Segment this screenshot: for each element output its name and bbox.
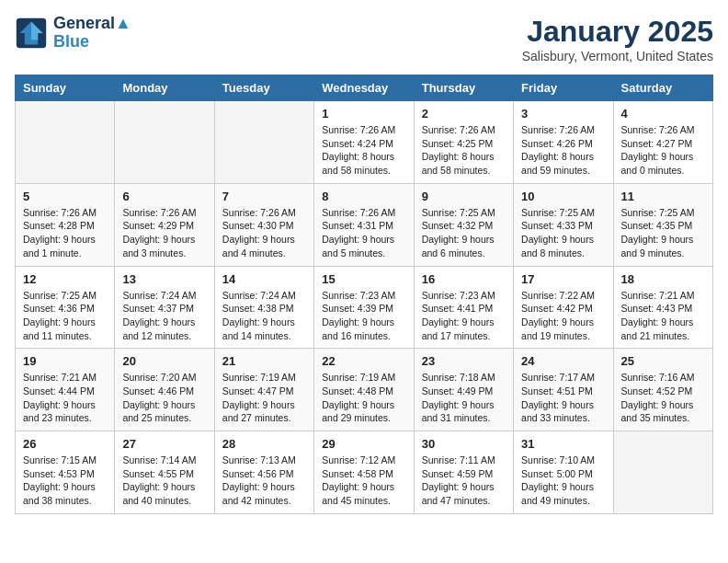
day-number: 22 [322,354,405,368]
day-number: 29 [322,437,405,451]
day-number: 25 [621,354,705,368]
calendar-cell: 16Sunrise: 7:23 AM Sunset: 4:41 PM Dayli… [414,266,513,349]
calendar-cell: 19Sunrise: 7:21 AM Sunset: 4:44 PM Dayli… [16,349,115,431]
calendar-cell: 29Sunrise: 7:12 AM Sunset: 4:58 PM Dayli… [314,431,414,514]
day-number: 13 [122,272,206,286]
day-info: Sunrise: 7:26 AM Sunset: 4:31 PM Dayligh… [322,206,405,260]
day-number: 8 [322,190,405,203]
calendar-cell: 6Sunrise: 7:26 AM Sunset: 4:29 PM Daylig… [115,183,214,266]
week-row-2: 5Sunrise: 7:26 AM Sunset: 4:28 PM Daylig… [16,183,713,266]
calendar-table: Sunday Monday Tuesday Wednesday Thursday… [15,75,713,514]
calendar-cell: 18Sunrise: 7:21 AM Sunset: 4:43 PM Dayli… [613,266,712,349]
week-row-3: 12Sunrise: 7:25 AM Sunset: 4:36 PM Dayli… [16,266,713,349]
calendar-cell: 17Sunrise: 7:22 AM Sunset: 4:42 PM Dayli… [514,266,613,349]
day-info: Sunrise: 7:24 AM Sunset: 4:37 PM Dayligh… [122,289,206,343]
day-info: Sunrise: 7:15 AM Sunset: 4:53 PM Dayligh… [23,454,107,508]
logo: General▲ Blue [15,15,131,52]
day-info: Sunrise: 7:26 AM Sunset: 4:25 PM Dayligh… [422,123,506,178]
day-number: 23 [422,354,506,368]
day-info: Sunrise: 7:26 AM Sunset: 4:28 PM Dayligh… [23,206,107,260]
col-wednesday: Wednesday [314,75,414,101]
calendar-cell: 12Sunrise: 7:25 AM Sunset: 4:36 PM Dayli… [16,266,115,349]
calendar-cell: 28Sunrise: 7:13 AM Sunset: 4:56 PM Dayli… [214,431,313,514]
title-block: January 2025 Salisbury, Vermont, United … [522,15,713,63]
day-info: Sunrise: 7:13 AM Sunset: 4:56 PM Dayligh… [222,454,306,508]
day-info: Sunrise: 7:11 AM Sunset: 4:59 PM Dayligh… [422,454,506,508]
day-info: Sunrise: 7:16 AM Sunset: 4:52 PM Dayligh… [621,371,705,425]
col-saturday: Saturday [613,75,712,101]
col-sunday: Sunday [16,75,115,101]
day-number: 24 [521,354,605,368]
calendar-cell: 14Sunrise: 7:24 AM Sunset: 4:38 PM Dayli… [214,266,313,349]
calendar-cell [115,101,214,184]
day-number: 20 [122,354,206,368]
calendar-cell: 24Sunrise: 7:17 AM Sunset: 4:51 PM Dayli… [514,349,613,431]
col-friday: Friday [514,75,613,101]
location: Salisbury, Vermont, United States [522,49,713,63]
day-number: 11 [621,190,705,203]
day-info: Sunrise: 7:10 AM Sunset: 5:00 PM Dayligh… [521,454,605,508]
day-info: Sunrise: 7:22 AM Sunset: 4:42 PM Dayligh… [521,289,605,343]
day-info: Sunrise: 7:23 AM Sunset: 4:39 PM Dayligh… [322,289,405,343]
day-info: Sunrise: 7:26 AM Sunset: 4:26 PM Dayligh… [521,123,605,178]
day-number: 15 [322,272,405,286]
page-header: General▲ Blue January 2025 Salisbury, Ve… [15,15,713,63]
calendar-cell: 7Sunrise: 7:26 AM Sunset: 4:30 PM Daylig… [214,183,313,266]
day-info: Sunrise: 7:18 AM Sunset: 4:49 PM Dayligh… [422,371,506,425]
day-number: 9 [422,190,506,203]
day-number: 12 [23,272,107,286]
calendar-cell: 11Sunrise: 7:25 AM Sunset: 4:35 PM Dayli… [613,183,712,266]
logo-icon [15,17,48,50]
calendar-cell: 31Sunrise: 7:10 AM Sunset: 5:00 PM Dayli… [514,431,613,514]
day-number: 1 [322,107,405,121]
day-info: Sunrise: 7:14 AM Sunset: 4:55 PM Dayligh… [122,454,206,508]
week-row-1: 1Sunrise: 7:26 AM Sunset: 4:24 PM Daylig… [16,101,713,184]
day-number: 21 [222,354,306,368]
day-info: Sunrise: 7:26 AM Sunset: 4:30 PM Dayligh… [222,206,306,260]
calendar-cell: 8Sunrise: 7:26 AM Sunset: 4:31 PM Daylig… [314,183,414,266]
day-number: 16 [422,272,506,286]
calendar-cell: 13Sunrise: 7:24 AM Sunset: 4:37 PM Dayli… [115,266,214,349]
calendar-cell: 30Sunrise: 7:11 AM Sunset: 4:59 PM Dayli… [414,431,513,514]
day-number: 28 [222,437,306,451]
day-number: 19 [23,354,107,368]
day-info: Sunrise: 7:25 AM Sunset: 4:36 PM Dayligh… [23,289,107,343]
calendar-cell: 21Sunrise: 7:19 AM Sunset: 4:47 PM Dayli… [214,349,313,431]
day-info: Sunrise: 7:12 AM Sunset: 4:58 PM Dayligh… [322,454,405,508]
calendar-cell: 15Sunrise: 7:23 AM Sunset: 4:39 PM Dayli… [314,266,414,349]
calendar-cell [214,101,313,184]
calendar-cell [613,431,712,514]
day-number: 5 [23,190,107,203]
day-info: Sunrise: 7:25 AM Sunset: 4:32 PM Dayligh… [422,206,506,260]
day-number: 4 [621,107,705,121]
day-number: 27 [122,437,206,451]
calendar-cell: 9Sunrise: 7:25 AM Sunset: 4:32 PM Daylig… [414,183,513,266]
day-info: Sunrise: 7:25 AM Sunset: 4:35 PM Dayligh… [621,206,705,260]
calendar-cell: 4Sunrise: 7:26 AM Sunset: 4:27 PM Daylig… [613,101,712,184]
day-number: 7 [222,190,306,203]
calendar-cell: 23Sunrise: 7:18 AM Sunset: 4:49 PM Dayli… [414,349,513,431]
day-number: 18 [621,272,705,286]
day-number: 26 [23,437,107,451]
col-thursday: Thursday [414,75,513,101]
day-info: Sunrise: 7:19 AM Sunset: 4:47 PM Dayligh… [222,371,306,425]
col-monday: Monday [115,75,214,101]
day-info: Sunrise: 7:26 AM Sunset: 4:29 PM Dayligh… [122,206,206,260]
col-tuesday: Tuesday [214,75,313,101]
calendar-cell: 22Sunrise: 7:19 AM Sunset: 4:48 PM Dayli… [314,349,414,431]
day-number: 6 [122,190,206,203]
day-info: Sunrise: 7:17 AM Sunset: 4:51 PM Dayligh… [521,371,605,425]
week-row-4: 19Sunrise: 7:21 AM Sunset: 4:44 PM Dayli… [16,349,713,431]
calendar-cell: 1Sunrise: 7:26 AM Sunset: 4:24 PM Daylig… [314,101,414,184]
day-info: Sunrise: 7:21 AM Sunset: 4:43 PM Dayligh… [621,289,705,343]
logo-text: General▲ Blue [53,15,131,52]
day-number: 30 [422,437,506,451]
day-info: Sunrise: 7:25 AM Sunset: 4:33 PM Dayligh… [521,206,605,260]
day-info: Sunrise: 7:26 AM Sunset: 4:24 PM Dayligh… [322,123,405,178]
calendar-cell: 10Sunrise: 7:25 AM Sunset: 4:33 PM Dayli… [514,183,613,266]
calendar-cell: 20Sunrise: 7:20 AM Sunset: 4:46 PM Dayli… [115,349,214,431]
day-number: 3 [521,107,605,121]
day-info: Sunrise: 7:26 AM Sunset: 4:27 PM Dayligh… [621,123,705,178]
calendar-cell: 26Sunrise: 7:15 AM Sunset: 4:53 PM Dayli… [16,431,115,514]
day-info: Sunrise: 7:21 AM Sunset: 4:44 PM Dayligh… [23,371,107,425]
